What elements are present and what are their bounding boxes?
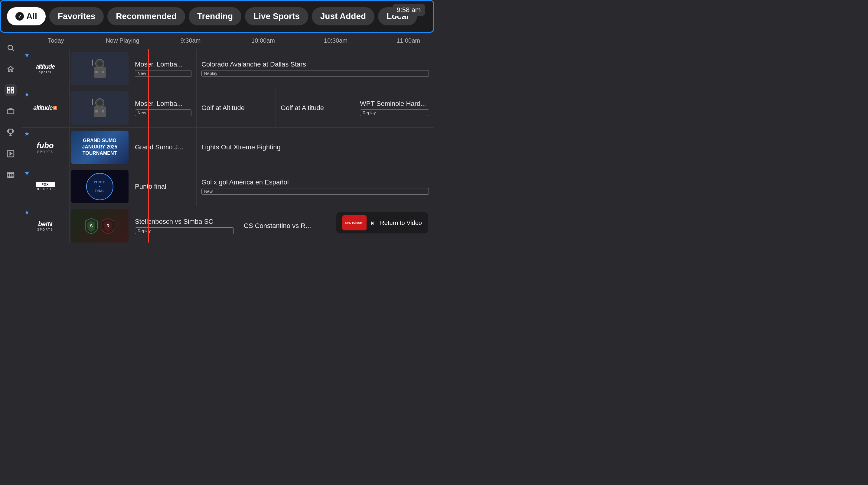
dvr-icon[interactable] (4, 105, 17, 117)
program-title-1000-altitude1: Colorado Avalanche at Dallas Stars (202, 61, 429, 68)
thumbnail-bein[interactable]: S R (69, 206, 130, 243)
altitude2-badge: 2 (53, 106, 57, 110)
program-1000-fox[interactable]: Gol x gol América en Español New (196, 167, 434, 206)
col-1100am: 11:00am (372, 37, 434, 44)
program-badge-now-bein: Replay (135, 227, 234, 234)
svg-rect-15 (102, 71, 104, 73)
sumo-thumbnail-text: GRAND SUMO JANUARY 2025 TOURNAMENT (74, 137, 125, 156)
svg-rect-9 (7, 172, 14, 177)
program-title-1000-fubo: Lights Out Xtreme Fighting (202, 143, 429, 151)
thumbnail-altitude2[interactable] (69, 88, 130, 127)
channel-logo-fubo[interactable]: ★ fubo SPORTS (21, 128, 69, 167)
punto-logo-text: PUNTO●FINAL (94, 180, 105, 193)
rtv-label: Return to Video (380, 220, 422, 226)
nav-just-added[interactable]: Just Added (312, 7, 374, 25)
film-icon[interactable] (4, 169, 17, 181)
program-1100-altitude2[interactable]: WPT Seminole Hard... Replay (355, 88, 434, 127)
program-title-now-bein: Stellenbosch vs Simba SC (135, 218, 234, 226)
program-now-altitude2[interactable]: Moser, Lomba... New (130, 88, 196, 127)
program-now-fox[interactable]: Punto final (130, 167, 196, 206)
svg-rect-20 (95, 110, 98, 112)
search-icon[interactable] (4, 42, 17, 54)
thumbnail-altitude1[interactable] (69, 49, 130, 88)
bein-sports-subtext: SPORTS (37, 228, 53, 231)
program-title-1000-altitude2: Golf at Altitude (202, 104, 271, 112)
program-badge-now-altitude1: New (135, 70, 191, 77)
altitude2-logo-text: altitude (33, 104, 52, 111)
rtv-play-icon: ⏯ (370, 220, 376, 226)
channel-logo-bein[interactable]: ★ beIN SPORTS (21, 206, 69, 243)
favorite-star-fubo[interactable]: ★ (24, 130, 30, 137)
svg-rect-14 (95, 71, 98, 73)
fubo-sports-subtext: SPORTS (37, 150, 53, 154)
trophy-icon[interactable] (4, 126, 17, 138)
program-1000-altitude1[interactable]: Colorado Avalanche at Dallas Stars Repla… (196, 49, 434, 88)
program-now-altitude1[interactable]: Moser, Lomba... New (130, 49, 196, 88)
nav-favorites[interactable]: Favorites (49, 7, 104, 25)
col-1000am: 10:00am (227, 37, 300, 44)
check-icon: ✓ (16, 12, 24, 21)
svg-point-12 (97, 61, 102, 66)
thumbnail-img-altitude2 (71, 91, 128, 125)
svg-rect-2 (7, 87, 10, 90)
program-1000-fubo[interactable]: Lights Out Xtreme Fighting (196, 128, 434, 167)
program-title-now-altitude2: Moser, Lomba... (135, 100, 191, 108)
thumbnail-fox[interactable]: PUNTO●FINAL (69, 167, 130, 206)
bein-logo-text: beIN (38, 220, 53, 228)
thumbnail-img-fubo: GRAND SUMO JANUARY 2025 TOURNAMENT (71, 131, 128, 164)
program-badge-1000-altitude1: Replay (202, 70, 429, 77)
channel-logo-altitude2[interactable]: ★ altitude 2 (21, 88, 69, 127)
navigation-bar: ✓ All Favorites Recommended Trending Liv… (0, 0, 434, 33)
channel-row-altitude2: ★ altitude 2 (21, 88, 434, 128)
program-1030-altitude2[interactable]: Golf at Altitude (276, 88, 355, 127)
svg-point-0 (8, 45, 12, 50)
program-title-1100-altitude2: WPT Seminole Hard... (360, 100, 429, 108)
program-1000-altitude2[interactable]: Golf at Altitude (196, 88, 276, 127)
col-now-playing: Now Playing (91, 37, 154, 44)
nav-trending[interactable]: Trending (189, 7, 241, 25)
rtv-thumbnail: NHL TONIGHT (342, 215, 367, 230)
svg-rect-13 (92, 60, 93, 66)
svg-text:R: R (106, 223, 109, 228)
program-title-now-fox: Punto final (135, 183, 191, 191)
sidebar (0, 33, 21, 243)
svg-text:S: S (90, 223, 93, 228)
channel-logo-altitude1[interactable]: ★ altitude sports (21, 49, 69, 88)
svg-point-18 (97, 100, 102, 105)
favorite-star-altitude2[interactable]: ★ (24, 91, 30, 98)
channel-row-fox: ★ FOX DEPORTES PUNTO●FINAL Punto final G… (21, 167, 434, 206)
svg-marker-8 (10, 152, 12, 155)
svg-rect-3 (11, 87, 13, 90)
col-today: Today (21, 37, 91, 44)
nav-recommended[interactable]: Recommended (107, 7, 185, 25)
thumbnail-img-altitude1 (71, 52, 128, 85)
play-icon[interactable] (4, 148, 17, 160)
svg-rect-21 (102, 110, 104, 112)
nav-live-sports-label: Live Sports (253, 11, 300, 21)
svg-rect-5 (11, 91, 13, 93)
svg-rect-4 (7, 91, 10, 93)
program-now-fubo[interactable]: Grand Sumo J... (130, 128, 196, 167)
thumbnail-fubo[interactable]: GRAND SUMO JANUARY 2025 TOURNAMENT (69, 128, 130, 167)
time-indicator-line (148, 49, 149, 243)
fubo-logo-text: fubo (37, 141, 54, 150)
col-1030am: 10:30am (300, 37, 372, 44)
nav-all[interactable]: ✓ All (7, 7, 46, 25)
channel-logo-fox[interactable]: ★ FOX DEPORTES (21, 167, 69, 206)
thumbnail-img-fox: PUNTO●FINAL (71, 170, 128, 203)
program-now-bein[interactable]: Stellenbosch vs Simba SC Replay (130, 206, 239, 243)
home-icon[interactable] (4, 63, 17, 75)
favorite-star-fox[interactable]: ★ (24, 169, 30, 176)
return-to-video-widget[interactable]: NHL TONIGHT ⏯ Return to Video (336, 212, 428, 233)
favorite-star-bein[interactable]: ★ (24, 208, 30, 216)
col-930am: 9:30am (154, 37, 227, 44)
nav-live-sports[interactable]: Live Sports (245, 7, 308, 25)
nav-just-added-label: Just Added (320, 11, 366, 21)
guide-icon[interactable] (4, 84, 17, 96)
thumbnail-img-bein: S R (71, 209, 128, 243)
favorite-star-altitude1[interactable]: ★ (24, 52, 30, 59)
nav-favorites-label: Favorites (58, 11, 96, 21)
program-title-1030-altitude2: Golf at Altitude (281, 104, 350, 112)
svg-rect-6 (7, 110, 14, 114)
time-display: 9:58 am (393, 4, 425, 16)
